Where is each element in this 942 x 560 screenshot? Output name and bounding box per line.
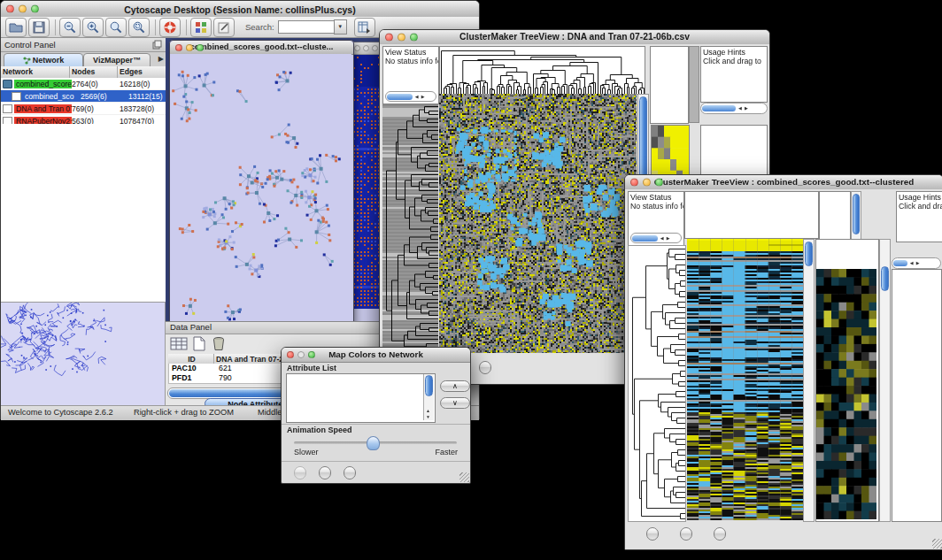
move-down-button[interactable]: ∨ (440, 397, 470, 409)
minimize-icon[interactable] (398, 34, 405, 42)
tab-network[interactable]: Network (4, 53, 83, 67)
tv1-column-dendrogram[interactable] (439, 46, 645, 95)
zoom-fit-icon[interactable] (105, 18, 127, 37)
attribute-list[interactable] (286, 373, 436, 423)
close-icon[interactable] (354, 45, 360, 51)
close-icon[interactable] (175, 44, 182, 51)
network-list-row[interactable]: combined_scores 2764(0) 16218(0) (1, 78, 166, 90)
open-folder-icon[interactable] (5, 18, 27, 37)
resize-grip[interactable] (459, 472, 469, 482)
new-document-icon[interactable] (192, 336, 206, 355)
network-list-empty-area[interactable] (1, 124, 166, 302)
trash-icon[interactable] (212, 336, 226, 355)
close-icon[interactable] (385, 34, 393, 42)
scrollbar-thumb[interactable] (853, 194, 860, 234)
vizmapper-icon[interactable] (190, 18, 212, 37)
tv1-row-dendrogram[interactable] (382, 104, 438, 353)
zoom-in-icon[interactable] (82, 18, 104, 37)
zoom-selected-icon[interactable] (128, 18, 150, 37)
minimize-icon[interactable] (297, 351, 305, 358)
tv2-gene-list[interactable] (892, 269, 942, 522)
dialog-action-button[interactable] (319, 466, 331, 479)
float-panel-icon[interactable] (152, 40, 162, 51)
scroll-down-icon[interactable]: ▼ (426, 414, 430, 419)
scroll-right-icon[interactable]: ▶ (915, 260, 921, 266)
network-list-row[interactable]: combined_sco 2569(6) 13112(15) (1, 90, 166, 103)
tab-vizmapper[interactable]: VizMapper™ (83, 53, 151, 67)
animation-speed-label: Animation Speed (287, 426, 352, 434)
zoom-icon[interactable] (308, 351, 315, 358)
tv1-status-hscrollbar[interactable]: ◀▶ (385, 91, 436, 102)
attribute-browser-icon[interactable] (354, 18, 375, 37)
tv1-titlebar[interactable]: ClusterMaker TreeView : DNA and Tran 07-… (380, 30, 769, 45)
tv2-button-row (625, 524, 942, 549)
scroll-right-icon[interactable]: ▶ (743, 105, 749, 111)
tv2-vscrollbar[interactable] (803, 239, 815, 522)
scroll-right-icon[interactable]: ▶ (420, 94, 426, 100)
table-grid-icon[interactable] (170, 336, 188, 355)
scroll-left-icon[interactable]: ◀ (908, 260, 915, 266)
close-icon[interactable] (630, 179, 638, 187)
network-table-header[interactable]: Network Nodes Edges (1, 66, 166, 78)
annotation-icon[interactable] (213, 18, 235, 37)
tv1-column-labels[interactable] (650, 46, 689, 124)
tv1-action-button[interactable] (479, 361, 491, 374)
dialog-title: Map Colors to Network (328, 348, 423, 362)
attribute-list-vscrollbar[interactable]: ▲ ▼ (423, 374, 434, 420)
window-controls[interactable] (6, 5, 39, 13)
zoom-out-icon[interactable] (59, 18, 81, 37)
save-icon[interactable] (28, 18, 50, 37)
network-view-titlebar[interactable]: combined_scores_good.txt--cluste... (170, 41, 353, 55)
dialog-action-button[interactable] (344, 466, 356, 479)
tv2-row-dendrogram[interactable] (628, 245, 686, 522)
tv2-detail-heatmap[interactable] (816, 269, 876, 519)
network-graph-canvas[interactable] (170, 54, 351, 326)
tv2-main-heatmap[interactable] (687, 239, 803, 520)
scroll-left-icon[interactable]: ◀ (413, 94, 420, 100)
tv2-detail-vscrollbar[interactable] (879, 239, 891, 522)
zoom-icon[interactable] (372, 45, 378, 51)
move-up-button[interactable]: ∧ (440, 380, 470, 392)
scroll-left-icon[interactable]: ◀ (659, 235, 665, 242)
search-input[interactable]: ▼ (278, 19, 347, 35)
tv2-column-dendrogram-area[interactable] (684, 191, 819, 239)
zoom-icon[interactable] (31, 5, 39, 13)
dialog-titlebar[interactable]: Map Colors to Network (282, 348, 470, 363)
scroll-right-icon[interactable]: ▶ (665, 235, 671, 242)
close-icon[interactable] (6, 5, 14, 13)
network-overview-panel[interactable] (1, 302, 166, 405)
tv1-main-heatmap[interactable] (439, 94, 637, 353)
dialog-button-row (282, 464, 470, 482)
dialog-action-button[interactable] (294, 466, 306, 479)
group-divider (282, 424, 470, 425)
minimize-icon[interactable] (186, 44, 193, 51)
zoom-icon[interactable] (410, 34, 418, 42)
minimize-icon[interactable] (643, 179, 651, 187)
zoom-icon[interactable] (197, 44, 204, 51)
scrollbar-thumb[interactable] (425, 375, 433, 396)
tv2-titlebar[interactable]: ClusterMaker TreeView : combined_scores_… (625, 175, 942, 190)
resize-grip[interactable] (932, 539, 942, 548)
scrollbar-thumb[interactable] (881, 266, 889, 291)
control-panel-tabs: Network VizMapper™ ▶ (1, 52, 166, 67)
tv2-action-button[interactable] (680, 527, 692, 541)
network-list-row[interactable]: DNA and Tran 07 769(0) 183728(0) (1, 103, 166, 115)
main-titlebar[interactable]: Cytoscape Desktop (Session Name: collins… (1, 1, 479, 18)
tv2-status-hscrollbar[interactable]: ◀▶ (630, 233, 682, 243)
scrollbar-thumb[interactable] (805, 242, 813, 266)
zoom-icon[interactable] (655, 179, 663, 187)
tv2-genelist-hscrollbar[interactable]: ◀▶ (892, 257, 941, 269)
tv2-action-button[interactable] (714, 527, 726, 541)
close-icon[interactable] (287, 351, 294, 358)
minimize-icon[interactable] (363, 45, 369, 51)
minimize-icon[interactable] (19, 5, 27, 13)
tv2-action-button[interactable] (646, 527, 659, 541)
scroll-up-icon[interactable]: ▲ (426, 408, 430, 413)
help-lifering-icon[interactable] (159, 18, 181, 37)
tv1-hints-hscrollbar[interactable]: ◀▶ (700, 103, 768, 114)
speed-slider-thumb[interactable] (367, 436, 380, 450)
scroll-left-icon[interactable]: ◀ (737, 105, 743, 111)
network-overview-thumbnail[interactable] (1, 303, 164, 404)
tab-overflow-arrow-icon[interactable]: ▶ (158, 55, 164, 63)
search-dropdown-arrow[interactable]: ▼ (334, 19, 347, 35)
